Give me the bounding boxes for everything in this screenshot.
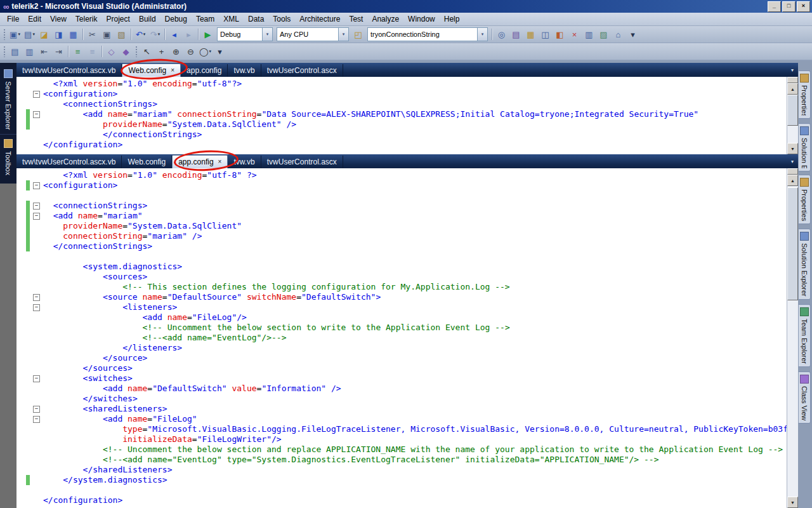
start-page-icon[interactable]: ⌂: [611, 27, 625, 41]
fold-toggle-icon[interactable]: −: [33, 111, 40, 118]
solution-explorer-tab-bottom[interactable]: Solution Explorer: [799, 229, 811, 300]
properties-window-icon[interactable]: ▦: [523, 27, 538, 41]
code-line[interactable]: <system.diagnostics>: [16, 262, 787, 272]
menu-item-edit[interactable]: Edit: [23, 13, 46, 25]
open-file-icon[interactable]: ◪: [37, 27, 51, 41]
tab-tvw-vb[interactable]: tvw.vb: [228, 156, 261, 168]
class-view-tab-bottom[interactable]: Class View: [799, 371, 811, 424]
scroll-up-icon[interactable]: ▲: [787, 83, 798, 95]
tab-tvw-tvwusercontrol-ascx-vb[interactable]: tvw\tvwUserControl.ascx.vb: [16, 156, 122, 168]
undo-icon-dropdown-icon[interactable]: ▾: [143, 32, 146, 37]
code-line[interactable]: <!-- This section defines the logging co…: [16, 282, 787, 292]
tab-tvwusercontrol-ascx[interactable]: tvwUserControl.ascx: [261, 156, 343, 168]
top-code-area[interactable]: <?xml version="1.0" encoding="utf-8"?>−<…: [16, 77, 787, 154]
code-line[interactable]: <!--<add name="EventLog"/>-->: [16, 333, 787, 343]
toolbox-icon[interactable]: ◧: [553, 27, 567, 41]
code-line[interactable]: </configuration>: [16, 140, 787, 150]
save-all-icon[interactable]: ▦: [66, 27, 81, 41]
command-window-icon[interactable]: ▨: [596, 27, 611, 41]
code-line[interactable]: −<configuration>: [16, 180, 787, 190]
code-line[interactable]: <add name="FileLog"/>: [16, 312, 787, 323]
code-line[interactable]: −<connectionStrings>: [16, 201, 787, 211]
code-line[interactable]: </system.diagnostics>: [16, 475, 787, 485]
code-line[interactable]: −<configuration>: [16, 89, 787, 99]
new-project-icon-dropdown-icon[interactable]: ▾: [18, 32, 20, 37]
cut-icon[interactable]: ✂: [85, 27, 100, 41]
fold-toggle-icon[interactable]: −: [33, 416, 40, 423]
redo-icon-dropdown-icon[interactable]: ▾: [158, 32, 160, 37]
navigate-forward-icon[interactable]: ▸: [181, 27, 196, 41]
fold-toggle-icon[interactable]: −: [33, 406, 40, 413]
tab-tvw-vb[interactable]: tvw.vb: [228, 64, 261, 77]
code-line[interactable]: </sharedListeners>: [16, 465, 787, 475]
fold-toggle-icon[interactable]: −: [33, 294, 40, 301]
scroll-track[interactable]: [787, 186, 798, 497]
solution-configurations-combo[interactable]: Debug▾: [217, 27, 273, 41]
fold-toggle-icon[interactable]: −: [33, 203, 40, 210]
code-line[interactable]: </connectionStrings>: [16, 130, 787, 140]
code-line[interactable]: providerName="System.Data.SqlClient" />: [16, 119, 787, 130]
zoom-out-icon[interactable]: ⊖: [183, 44, 198, 58]
zoom-in-icon[interactable]: ⊕: [169, 44, 183, 58]
code-line[interactable]: −<listeners>: [16, 302, 787, 312]
menu-item-test[interactable]: Test: [344, 13, 367, 25]
find-combo-dropdown-icon[interactable]: ▾: [477, 28, 487, 41]
fold-toggle-icon[interactable]: −: [33, 213, 40, 220]
code-line[interactable]: <!--<add name="EventLog" type="System.Di…: [16, 455, 787, 465]
error-list-icon[interactable]: ×: [567, 27, 582, 41]
redo-icon[interactable]: ↷▾: [148, 27, 162, 41]
split-handle-icon[interactable]: [787, 168, 798, 175]
code-line[interactable]: providerName="System.Data.SqlClient": [16, 221, 787, 231]
code-line[interactable]: <?xml version="1.0" encoding="utf-8" ?>: [16, 170, 787, 180]
tab-web-config[interactable]: Web.config: [122, 156, 172, 168]
add-new-item-icon-dropdown-icon[interactable]: ▾: [32, 32, 35, 37]
find-combo[interactable]: tryonConnectionString▾: [367, 27, 488, 41]
go-to-schema-icon[interactable]: ◆: [119, 44, 133, 58]
find-symbol-icon[interactable]: ◎: [494, 27, 509, 41]
properties-tab-bottom[interactable]: Properties: [799, 175, 811, 224]
scroll-track[interactable]: [787, 95, 798, 143]
minimize-button[interactable]: _: [768, 1, 781, 12]
create-schema-icon[interactable]: ◇: [104, 44, 119, 58]
uncomment-selection-icon[interactable]: ≡: [85, 44, 100, 58]
scroll-down-icon[interactable]: ▼: [787, 143, 798, 154]
tab-tvw-tvwusercontrol-ascx-vb[interactable]: tvw\tvwUserControl.ascx.vb: [16, 64, 122, 77]
add-new-item-icon[interactable]: ▤▾: [22, 27, 37, 41]
code-line[interactable]: <add name="DefaultSwitch" value="Informa…: [16, 384, 787, 394]
menu-item-data[interactable]: Data: [244, 13, 268, 25]
menu-item-build[interactable]: Build: [134, 13, 160, 25]
menu-item-team[interactable]: Team: [192, 13, 219, 25]
code-line[interactable]: [16, 190, 787, 201]
code-line[interactable]: </source>: [16, 353, 787, 363]
solution-platforms-combo[interactable]: Any CPU▾: [277, 27, 349, 41]
solution-explorer-icon[interactable]: ▤: [509, 27, 523, 41]
menu-item-tools[interactable]: Tools: [268, 13, 295, 25]
fold-toggle-icon[interactable]: −: [33, 375, 40, 382]
bottom-code-area[interactable]: <?xml version="1.0" encoding="utf-8" ?>−…: [16, 168, 787, 508]
start-debug-icon[interactable]: ▶: [200, 27, 215, 41]
scroll-down-icon[interactable]: ▼: [787, 497, 798, 508]
increase-indent-icon[interactable]: ⇥: [51, 44, 66, 58]
bottom-vertical-scrollbar[interactable]: ▲ ▼: [787, 168, 798, 508]
close-tab-icon[interactable]: ×: [218, 159, 222, 165]
code-line[interactable]: </connectionStrings>: [16, 241, 787, 251]
code-line[interactable]: </listeners>: [16, 343, 787, 353]
menu-item-view[interactable]: View: [46, 13, 71, 25]
code-line[interactable]: [16, 485, 787, 495]
tab-app-config[interactable]: app.config×: [172, 155, 228, 168]
code-line[interactable]: −<switches>: [16, 373, 787, 384]
server-explorer-tab[interactable]: Server Explorer: [0, 65, 16, 135]
zoom-icon-dropdown-icon[interactable]: ▾: [209, 49, 212, 54]
menu-item-help[interactable]: Help: [440, 13, 464, 25]
code-line[interactable]: −<source name="DefaultSource" switchName…: [16, 292, 787, 302]
pan-icon[interactable]: +: [154, 44, 169, 58]
code-line[interactable]: <!-- Uncomment the below section to writ…: [16, 323, 787, 333]
code-line[interactable]: initializeData="FileLogWriter"/>: [16, 434, 787, 444]
team-explorer-tab-bottom[interactable]: Team Explorer: [799, 304, 811, 367]
fold-toggle-icon[interactable]: −: [33, 91, 40, 98]
scroll-thumb[interactable]: [787, 187, 798, 300]
copy-icon[interactable]: ▣: [100, 27, 114, 41]
code-line[interactable]: type="Microsoft.VisualBasic.Logging.File…: [16, 424, 787, 434]
toolbox-tab[interactable]: Toolbox: [0, 135, 16, 180]
tab-app-config[interactable]: app.config: [181, 64, 228, 77]
